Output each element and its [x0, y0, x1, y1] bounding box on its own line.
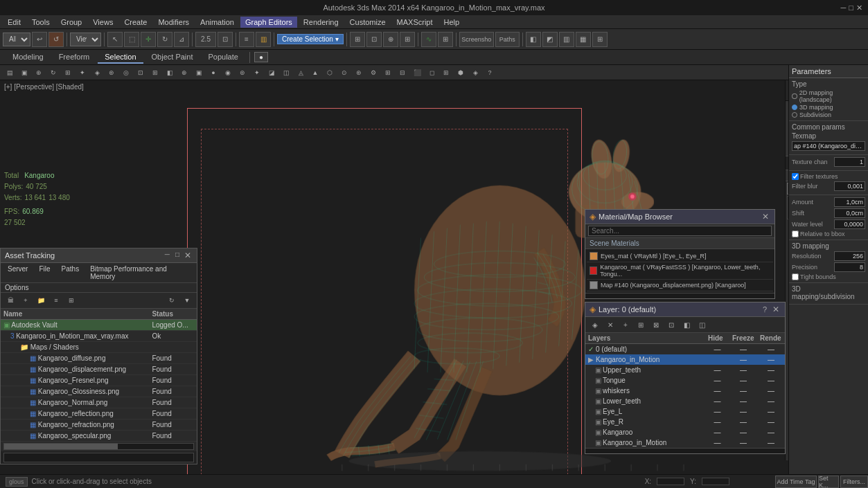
material-item-kangaroo[interactable]: Kangaroo_mat ( VRayFastSSS ) [Kangaroo, … — [587, 262, 773, 280]
asset-path-field[interactable] — [3, 453, 194, 462]
icon-22[interactable]: ▲ — [308, 66, 322, 79]
asset-filter-icon[interactable]: ▼ — [180, 294, 194, 307]
align-btn[interactable]: ⊞ — [400, 32, 415, 47]
filter-textures-checkbox[interactable] — [792, 173, 799, 180]
asset-row-refraction[interactable]: ▦ Kangaroo_refraction.png Found — [1, 419, 197, 431]
schematic-btn[interactable]: ⊞ — [438, 32, 453, 47]
radio-3d[interactable] — [792, 105, 797, 110]
paths-btn[interactable]: Paths — [495, 32, 520, 47]
asset-row-diffuse[interactable]: ▦ Kangaroo_diffuse.png Found — [1, 353, 197, 364]
tight-bounds-checkbox[interactable] — [792, 273, 799, 280]
snap2-btn[interactable]: ⊡ — [366, 32, 382, 47]
tab-freeform[interactable]: Freeform — [52, 51, 97, 64]
icon-21[interactable]: ◬ — [294, 66, 308, 79]
window-maximize[interactable]: □ — [173, 251, 181, 260]
material-scrollbar[interactable] — [585, 293, 774, 298]
maximize-btn[interactable]: □ — [849, 3, 853, 12]
minimize-btn[interactable]: ─ — [841, 3, 847, 12]
tab-modeling[interactable]: Modeling — [6, 51, 51, 64]
layer-row-eye-l[interactable]: ▣Eye_L — — — — [585, 406, 785, 417]
icon-34[interactable]: ? — [483, 66, 497, 79]
set-key-btn[interactable]: Set K... — [818, 476, 839, 488]
icon-29[interactable]: ⬛ — [410, 66, 424, 79]
layer-tool-5[interactable]: ⊠ — [649, 318, 663, 331]
tab-object-paint[interactable]: Object Paint — [145, 51, 200, 64]
icon-20[interactable]: ◫ — [279, 66, 293, 79]
asset-menu-bitmap[interactable]: Bitmap Performance and Memory — [87, 264, 193, 281]
menu-graph-editors[interactable]: Graph Editors — [240, 17, 297, 28]
create-selection-btn[interactable]: Create Selection ▾ — [277, 34, 344, 44]
scale-btn[interactable]: ⊿ — [174, 32, 189, 47]
icon-11[interactable]: ⊞ — [148, 66, 162, 79]
layer-row-upper-teeth[interactable]: ▣Upper_teeth — — — — [585, 365, 785, 375]
material-search-input[interactable] — [588, 226, 772, 236]
icon-9[interactable]: ◎ — [119, 66, 133, 79]
asset-row-vault[interactable]: ▣ Autodesk Vault Logged O... — [1, 320, 197, 331]
tab-populate[interactable]: Populate — [201, 51, 245, 64]
layer-row-tongue[interactable]: ▣Tongue — — — — [585, 375, 785, 386]
layer-question-btn[interactable]: ? — [760, 305, 770, 314]
icon-12[interactable]: ◧ — [163, 66, 177, 79]
close-btn[interactable]: ✕ — [856, 3, 862, 12]
ref-coord-btn[interactable]: 2.5 — [195, 32, 216, 47]
icon-30[interactable]: ◻ — [425, 66, 439, 79]
layer-btn[interactable]: ≡ — [239, 32, 254, 47]
menu-group[interactable]: Group — [56, 17, 87, 28]
resolution-input[interactable] — [834, 251, 865, 261]
asset-scrollbar[interactable] — [3, 443, 194, 450]
asset-add-icon[interactable]: + — [19, 294, 33, 307]
asset-row-maps[interactable]: 📁 Maps / Shaders — [1, 342, 197, 353]
layer-tool-3[interactable]: + — [619, 318, 632, 331]
render4-btn[interactable]: ▦ — [576, 32, 591, 47]
asset-row-glossiness[interactable]: ▦ Kangaroo_Glossiness.png Found — [1, 386, 197, 397]
layer-row-eye-r[interactable]: ▣Eye_R — — — — [585, 417, 785, 427]
screenshot-btn[interactable]: Screensho — [459, 32, 494, 47]
asset-options[interactable]: Options — [1, 283, 197, 293]
icon-33[interactable]: ◈ — [468, 66, 482, 79]
icon-7[interactable]: ◈ — [90, 66, 104, 79]
layer-tool-1[interactable]: ◈ — [588, 318, 602, 331]
menu-tools[interactable]: Tools — [27, 17, 55, 28]
menu-animation[interactable]: Animation — [195, 17, 239, 28]
icon-31[interactable]: ⊞ — [439, 66, 453, 79]
icon-15[interactable]: ● — [206, 66, 220, 79]
icon-24[interactable]: ⊙ — [337, 66, 351, 79]
icon-16[interactable]: ◉ — [221, 66, 235, 79]
texture-chan-input[interactable] — [834, 157, 865, 167]
icon-10[interactable]: ⊡ — [134, 66, 148, 79]
rotate-btn[interactable]: ↻ — [157, 32, 172, 47]
shift-input[interactable] — [834, 208, 865, 218]
icon-4[interactable]: ↻ — [46, 66, 60, 79]
layer-row-whiskers[interactable]: ▣whiskers — — — — [585, 386, 785, 396]
move-btn[interactable]: ✛ — [141, 32, 156, 47]
type-subdivision-option[interactable]: Subdivision — [792, 111, 865, 118]
icon-2[interactable]: ▣ — [17, 66, 31, 79]
icon-25[interactable]: ⊛ — [352, 66, 366, 79]
icon-14[interactable]: ▣ — [192, 66, 206, 79]
menu-customize[interactable]: Customize — [345, 17, 391, 28]
mirror-btn[interactable]: ⊕ — [383, 32, 398, 47]
radio-2d[interactable] — [792, 93, 797, 99]
texmap-value[interactable]: ap #140 (Kangaroo_displacement... — [792, 141, 865, 151]
material-item-map140[interactable]: Map #140 (Kangaroo_displacement.png) [Ka… — [587, 280, 773, 291]
icon-28[interactable]: ⊟ — [396, 66, 409, 79]
asset-menu-paths[interactable]: Paths — [59, 264, 82, 281]
asset-row-max[interactable]: 3 Kangaroo_in_Motion_max_vray.max Ok — [1, 331, 197, 342]
icon-5[interactable]: ⊞ — [61, 66, 75, 79]
icon-27[interactable]: ⊞ — [381, 66, 395, 79]
icon-18[interactable]: ✦ — [250, 66, 264, 79]
layer-row-kangaroo[interactable]: ▣Kangaroo — — — — [585, 427, 785, 437]
material-browser-close[interactable]: ✕ — [761, 212, 770, 222]
mode-dropdown[interactable]: All — [3, 33, 30, 46]
asset-menu-server[interactable]: Server — [5, 264, 30, 281]
layer-tool-8[interactable]: ◫ — [695, 318, 709, 331]
icon-13[interactable]: ⊕ — [177, 66, 191, 79]
icon-17[interactable]: ⊚ — [236, 66, 249, 79]
filter-blur-input[interactable] — [834, 181, 865, 191]
asset-scrollbar-thumb[interactable] — [4, 444, 118, 449]
asset-vault-icon[interactable]: 🏛 — [3, 294, 17, 307]
layer-row-lower-teeth[interactable]: ▣Lower_teeth — — — — [585, 396, 785, 406]
toolbar-btn-1[interactable]: ↩ — [32, 32, 47, 47]
type-3d-option[interactable]: 3D mapping — [792, 104, 865, 111]
layer-tool-2[interactable]: ✕ — [603, 318, 617, 331]
